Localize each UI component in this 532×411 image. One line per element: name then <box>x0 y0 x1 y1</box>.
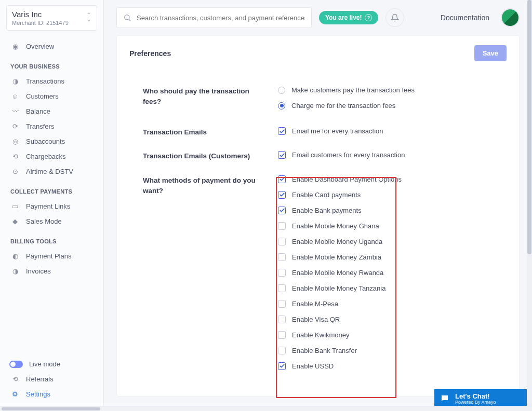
sidebar-item-business-1[interactable]: ☺Customers <box>0 89 103 104</box>
save-button[interactable]: Save <box>474 45 507 61</box>
sidebar-label: Balance <box>26 107 50 115</box>
emails-question: Transaction Emails <box>143 127 278 138</box>
method-opt-12[interactable]: Enable USSD <box>278 362 498 370</box>
option-label: Email customers for every transaction <box>292 151 405 159</box>
nav-icon: ◐ <box>10 252 20 260</box>
fees-option-0[interactable]: Make customers pay the transaction fees <box>278 86 498 94</box>
checkbox-icon[interactable] <box>278 316 286 323</box>
horizontal-scrollbar[interactable] <box>0 406 532 411</box>
checkbox-icon[interactable] <box>278 151 286 159</box>
option-label: Enable Mobile Money Rwanda <box>292 269 383 277</box>
sidebar-item-collect-1[interactable]: ◆Sales Mode <box>0 214 103 229</box>
emails-opt[interactable]: Email me for every transaction <box>278 127 498 135</box>
sidebar: Varis Inc Merchant ID: 2151479 ⌃⌄ ◉ Over… <box>0 0 104 411</box>
method-opt-0[interactable]: Enable Dashboard Payment Options <box>278 175 498 183</box>
sidebar-item-collect-0[interactable]: ▭Payment Links <box>0 199 103 214</box>
sidebar-section-billing: BILLING TOOLS <box>0 229 103 249</box>
gauge-icon: ◉ <box>10 43 20 50</box>
sidebar-item-billing-0[interactable]: ◐Payment Plans <box>0 249 103 264</box>
radio-icon[interactable] <box>278 102 285 109</box>
sidebar-item-referrals[interactable]: ⟲ Referrals <box>0 372 103 387</box>
sidebar-label: Transactions <box>26 77 64 85</box>
toggle-icon[interactable] <box>9 361 23 368</box>
option-label: Enable Mobile Money Tanzania <box>292 284 385 292</box>
checkbox-icon[interactable] <box>278 175 286 183</box>
emails-cust-opt[interactable]: Email customers for every transaction <box>278 151 498 159</box>
fees-option-1[interactable]: Charge me for the transaction fees <box>278 102 498 109</box>
method-opt-10[interactable]: Enable Kwikmoney <box>278 331 498 339</box>
checkbox-icon[interactable] <box>278 347 286 354</box>
documentation-link[interactable]: Documentation <box>441 13 489 22</box>
sidebar-item-livemode[interactable]: Live mode <box>0 357 103 372</box>
method-opt-9[interactable]: Enable Visa QR <box>278 316 498 323</box>
method-opt-7[interactable]: Enable Mobile Money Tanzania <box>278 284 498 292</box>
sidebar-item-settings[interactable]: ⚙ Settings <box>0 387 103 402</box>
method-opt-6[interactable]: Enable Mobile Money Rwanda <box>278 269 498 277</box>
search-input[interactable] <box>137 14 305 22</box>
checkbox-icon[interactable] <box>278 191 286 199</box>
share-icon: ⟲ <box>10 375 20 383</box>
merchant-selector[interactable]: Varis Inc Merchant ID: 2151479 ⌃⌄ <box>6 5 97 31</box>
sidebar-item-business-5[interactable]: ⟲Chargebacks <box>0 149 103 164</box>
merchant-name: Varis Inc <box>12 10 91 19</box>
method-opt-2[interactable]: Enable Bank payments <box>278 207 498 214</box>
method-opt-11[interactable]: Enable Bank Transfer <box>278 347 498 354</box>
chat-widget[interactable]: Let's Chat! Powered By Ameyo <box>434 389 527 408</box>
sidebar-label: Live mode <box>29 360 60 368</box>
sidebar-item-business-6[interactable]: ⊙Airtime & DSTV <box>0 164 103 179</box>
checkbox-icon[interactable] <box>278 222 286 230</box>
chat-title: Let's Chat! <box>455 393 496 400</box>
checkbox-icon[interactable] <box>278 362 286 370</box>
nav-icon: ⟳ <box>10 122 20 130</box>
sidebar-item-business-0[interactable]: ◑Transactions <box>0 74 103 89</box>
option-label: Enable Bank payments <box>292 207 362 214</box>
checkbox-icon[interactable] <box>278 284 286 292</box>
notifications-button[interactable] <box>385 8 404 27</box>
option-label: Enable Card payments <box>292 191 361 199</box>
method-opt-1[interactable]: Enable Card payments <box>278 191 498 199</box>
live-badge[interactable]: You are live! ? <box>319 11 378 24</box>
method-opt-3[interactable]: Enable Mobile Money Ghana <box>278 222 498 230</box>
sidebar-label: Referrals <box>26 375 54 383</box>
search-box[interactable] <box>116 7 312 28</box>
method-opt-8[interactable]: Enable M-Pesa <box>278 300 498 308</box>
checkbox-icon[interactable] <box>278 253 286 261</box>
method-opt-4[interactable]: Enable Mobile Money Uganda <box>278 238 498 245</box>
nav-icon: ◆ <box>10 217 20 225</box>
option-label: Charge me for the transaction fees <box>291 102 395 109</box>
sidebar-label: Airtime & DSTV <box>26 168 73 175</box>
sidebar-section-collect: COLLECT PAYMENTS <box>0 179 103 199</box>
nav-icon: ◎ <box>10 138 20 145</box>
nav-icon: ⊙ <box>10 168 20 175</box>
checkbox-icon[interactable] <box>278 300 286 308</box>
checkbox-icon[interactable] <box>278 238 286 245</box>
sidebar-item-overview[interactable]: ◉ Overview <box>0 39 103 54</box>
fees-question: Who should pay the transaction fees? <box>143 86 278 107</box>
nav-icon: ◑ <box>10 77 20 85</box>
checkbox-icon[interactable] <box>278 207 286 214</box>
sidebar-item-billing-1[interactable]: ◑Invoices <box>0 264 103 279</box>
option-label: Enable Mobile Money Zambia <box>292 253 381 261</box>
sidebar-label: Settings <box>26 390 50 398</box>
nav-icon: ▭ <box>10 202 20 210</box>
vertical-scrollbar[interactable] <box>527 0 532 406</box>
search-icon <box>123 13 131 22</box>
checkbox-icon[interactable] <box>278 331 286 339</box>
sidebar-item-business-2[interactable]: 〰Balance <box>0 104 103 119</box>
gear-icon: ⚙ <box>10 390 20 398</box>
checkbox-icon[interactable] <box>278 269 286 277</box>
main: You are live! ? Documentation Preference… <box>104 0 532 411</box>
radio-icon[interactable] <box>278 87 285 94</box>
sidebar-item-business-4[interactable]: ◎Subaccounts <box>0 134 103 149</box>
method-opt-5[interactable]: Enable Mobile Money Zambia <box>278 253 498 261</box>
option-label: Enable Mobile Money Ghana <box>292 222 379 230</box>
live-badge-text: You are live! <box>325 14 362 21</box>
avatar[interactable] <box>501 8 520 27</box>
sidebar-section-business: YOUR BUSINESS <box>0 54 103 74</box>
preferences-card: Preferences Save Who should pay the tran… <box>116 35 520 396</box>
checkbox-icon[interactable] <box>278 127 286 135</box>
sidebar-item-business-3[interactable]: ⟳Transfers <box>0 119 103 134</box>
nav-icon: ☺ <box>10 92 20 100</box>
sidebar-label: Chargebacks <box>26 153 66 160</box>
chat-sub: Powered By Ameyo <box>455 400 496 405</box>
